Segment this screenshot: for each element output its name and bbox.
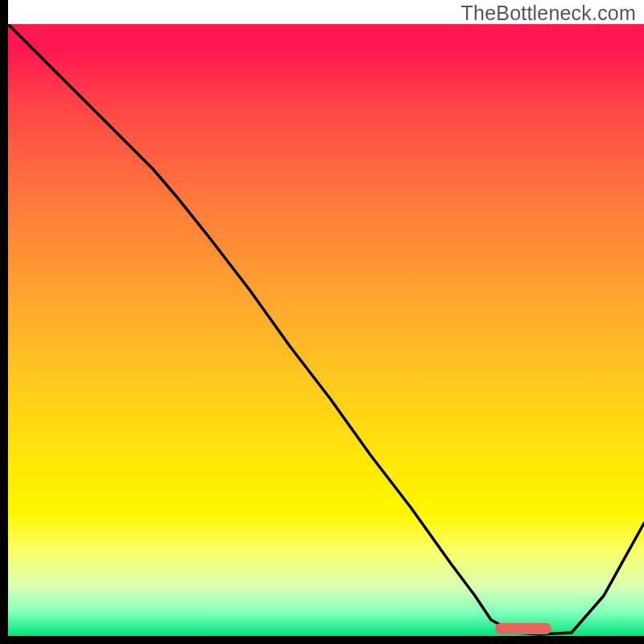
bottleneck-curve [8,24,644,636]
chart-stage: TheBottleneck.com [0,0,644,644]
plot-area [8,24,644,636]
optimal-marker [495,623,551,634]
axis-bottom [0,636,644,644]
watermark-text: TheBottleneck.com [461,2,636,25]
axis-left [0,0,8,644]
